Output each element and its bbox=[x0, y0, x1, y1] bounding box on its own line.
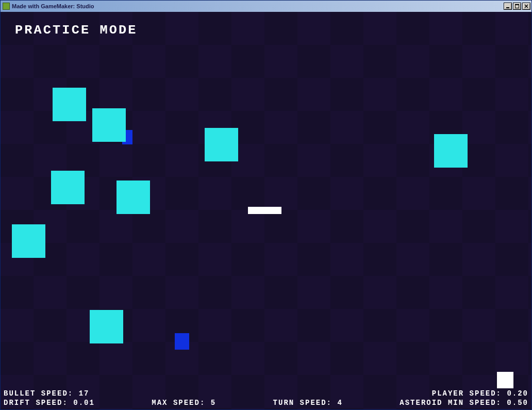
app-window: Made with GameMaker: Studio PRACTICE MOD… bbox=[0, 0, 532, 410]
asteroid-min-speed-stat: ASTEROID MIN SPEED: 0.50 bbox=[400, 398, 528, 407]
drift-speed-stat: DRIFT SPEED: 0.01 bbox=[4, 398, 95, 407]
svg-rect-2 bbox=[515, 4, 519, 5]
mode-label: PRACTICE MODE bbox=[15, 23, 138, 37]
svg-rect-0 bbox=[506, 7, 509, 8]
asteroid bbox=[53, 88, 86, 121]
window-controls bbox=[504, 3, 530, 10]
hud-row-1: BULLET SPEED: 17 PLAYER SPEED: 0.20 bbox=[4, 389, 528, 398]
bullet bbox=[175, 333, 189, 350]
turn-speed-stat: TURN SPEED: 4 bbox=[273, 398, 343, 407]
asteroid bbox=[205, 128, 238, 161]
asteroid bbox=[90, 310, 123, 343]
max-speed-stat: MAX SPEED: 5 bbox=[152, 398, 216, 407]
minimize-button[interactable] bbox=[504, 3, 512, 10]
app-icon bbox=[3, 3, 10, 10]
titlebar[interactable]: Made with GameMaker: Studio bbox=[1, 1, 531, 12]
asteroid bbox=[51, 171, 85, 204]
player bbox=[497, 372, 513, 388]
close-button[interactable] bbox=[522, 3, 530, 10]
hud-bottom: BULLET SPEED: 17 PLAYER SPEED: 0.20 DRIF… bbox=[1, 389, 531, 407]
asteroid bbox=[92, 108, 126, 142]
player bbox=[248, 207, 281, 214]
player-speed-stat: PLAYER SPEED: 0.20 bbox=[432, 389, 528, 398]
asteroid bbox=[12, 224, 45, 258]
bullet-speed-stat: BULLET SPEED: 17 bbox=[4, 389, 89, 398]
window-title: Made with GameMaker: Studio bbox=[12, 3, 504, 9]
maximize-button[interactable] bbox=[513, 3, 521, 10]
asteroid bbox=[434, 134, 468, 168]
game-viewport[interactable]: PRACTICE MODE BULLET SPEED: 17 PLAYER SP… bbox=[1, 12, 531, 409]
asteroid bbox=[117, 181, 150, 214]
hud-row-2: DRIFT SPEED: 0.01 MAX SPEED: 5 TURN SPEE… bbox=[4, 398, 528, 407]
